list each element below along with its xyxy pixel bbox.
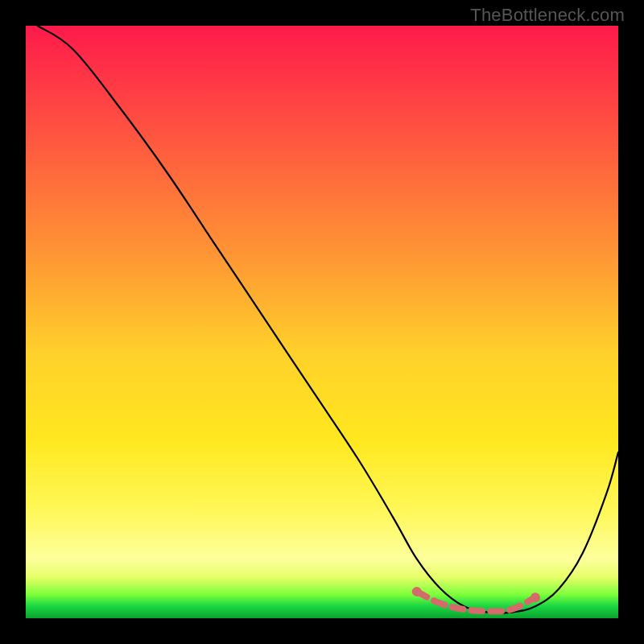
watermark-text: TheBottleneck.com — [470, 5, 625, 26]
optimal-range-start-cap — [412, 587, 422, 597]
optimal-range-line — [417, 592, 535, 611]
optimal-range-end-cap — [530, 592, 540, 602]
chart-svg — [26, 26, 618, 618]
bottleneck-curve-line — [38, 26, 618, 613]
chart-frame: TheBottleneck.com — [0, 0, 644, 644]
plot-area — [26, 26, 618, 618]
